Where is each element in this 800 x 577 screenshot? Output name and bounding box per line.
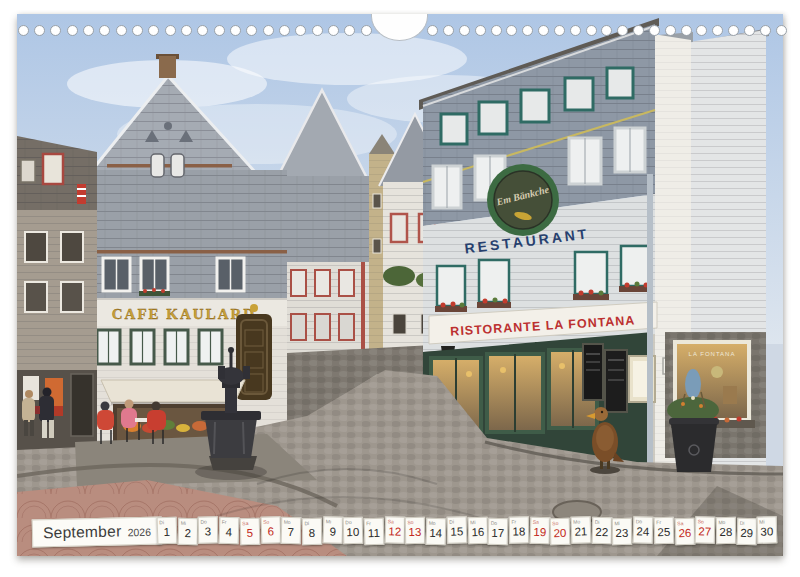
day-number: 25 [655, 526, 673, 538]
day-number: 21 [572, 525, 590, 538]
day-number: 1 [158, 526, 176, 539]
day-number: 10 [344, 526, 362, 538]
weekday-abbrev: Mi [760, 518, 765, 524]
weekday-abbrev: Sa [242, 520, 248, 526]
binding-hole [361, 25, 372, 36]
calendar-day-3: Do3 [198, 516, 218, 543]
day-number: 22 [593, 526, 611, 538]
day-number: 13 [406, 526, 424, 538]
binding-hole [230, 25, 241, 36]
calendar-day-13: So13 [405, 517, 425, 544]
calendar-day-5: Sa5 [239, 518, 259, 546]
weekday-abbrev: Di [304, 520, 309, 526]
day-number: 8 [303, 527, 321, 539]
calendar-day-26: Sa26 [674, 518, 695, 546]
day-number: 16 [468, 526, 486, 539]
binding-hole [18, 25, 29, 36]
binding-hole [681, 25, 692, 36]
binding-hole [649, 25, 660, 36]
binding-hole [443, 25, 454, 36]
binding-hole [312, 25, 323, 36]
binding-hole [328, 25, 339, 36]
binding-hole [570, 25, 581, 36]
weekday-abbrev: So [698, 518, 704, 524]
weekday-abbrev: So [263, 518, 269, 524]
day-number: 23 [613, 527, 631, 539]
day-number: 27 [696, 525, 714, 537]
downpipe [647, 174, 653, 469]
weekday-abbrev: Fr [366, 520, 371, 526]
calendar-day-19: Sa19 [529, 517, 550, 545]
calendar-day-1: Di1 [157, 517, 178, 545]
month-name: September [43, 522, 122, 542]
day-number: 17 [489, 527, 507, 539]
binding-hole [459, 25, 470, 36]
boutique-window-text: LA FONTANA [689, 351, 736, 357]
calendar-day-22: Di22 [591, 517, 611, 545]
day-number: 6 [261, 525, 279, 538]
year-label: 2026 [127, 526, 151, 539]
calendar-day-27: So27 [695, 516, 715, 544]
striped-banner [77, 184, 86, 204]
calendar-day-21: Mo21 [571, 516, 592, 544]
binding-hole [760, 25, 771, 36]
binding-hole [776, 25, 787, 36]
day-number: 26 [675, 527, 693, 540]
binding-hole [554, 25, 565, 36]
round-pub-sign: Em Bänkche [487, 164, 559, 236]
weekday-abbrev: Di [159, 519, 164, 525]
weekday-abbrev: So [408, 519, 414, 525]
binding-hole [538, 25, 549, 36]
binding-hole [586, 25, 597, 36]
gold-emblem [250, 304, 258, 312]
day-number: 18 [510, 525, 528, 537]
binding-hole [263, 25, 274, 36]
weekday-abbrev: Di [739, 519, 744, 525]
weekday-abbrev: Do [201, 518, 208, 524]
binding-hole [491, 25, 502, 36]
calendar-day-16: Mi16 [467, 517, 488, 545]
weekday-abbrev: Fr [511, 518, 516, 524]
day-number: 14 [427, 527, 445, 540]
weekday-abbrev: Do [491, 519, 498, 525]
day-number: 28 [717, 526, 735, 538]
calendar-day-9: Mi9 [322, 516, 343, 544]
weekday-abbrev: Mo [718, 519, 725, 525]
calendar-day-14: Mo14 [426, 518, 447, 546]
day-number: 5 [241, 527, 259, 539]
calendar-day-15: Di15 [446, 516, 466, 544]
calendar-day-8: Di8 [302, 518, 322, 545]
weekday-abbrev: Mi [180, 519, 185, 525]
weekday-abbrev: Di [449, 518, 454, 524]
binding-hole [214, 25, 225, 36]
day-number: 9 [323, 525, 341, 538]
calendar-day-24: Do24 [633, 516, 654, 544]
day-number: 19 [530, 526, 548, 539]
day-number: 11 [365, 527, 383, 540]
calendar-day-25: Fr25 [654, 517, 674, 545]
calendar-day-18: Fr18 [509, 516, 529, 543]
weekday-abbrev: Fr [656, 519, 661, 525]
weekday-abbrev: Sa [532, 518, 538, 524]
binding-hole [475, 25, 486, 36]
weekday-abbrev: Mi [615, 520, 620, 526]
calendar-day-30: Mi30 [757, 516, 777, 544]
calendar-day-12: Sa12 [384, 516, 404, 544]
calendar-day-11: Fr11 [364, 518, 385, 546]
day-number: 29 [737, 527, 755, 540]
weekday-abbrev: Mo [573, 518, 580, 524]
street-photo-scene: CAFE KAULARD [17, 14, 783, 556]
weekday-abbrev: Mi [470, 519, 475, 525]
calendar-day-17: Do17 [488, 518, 508, 546]
binding-hole [665, 25, 676, 36]
weekday-abbrev: Mo [284, 518, 291, 524]
calendar-day-29: Di29 [736, 518, 757, 546]
weekday-abbrev: Do [346, 519, 353, 525]
calendar-day-23: Mi23 [612, 518, 632, 545]
weekday-abbrev: So [553, 520, 559, 526]
binding-hole [744, 25, 755, 36]
calendar-day-2: Mi2 [177, 518, 197, 546]
calendar-page: { "calendar": { "month": "September", "y… [0, 0, 800, 577]
binding-hole [165, 25, 176, 36]
weekday-abbrev: Mi [325, 518, 330, 524]
